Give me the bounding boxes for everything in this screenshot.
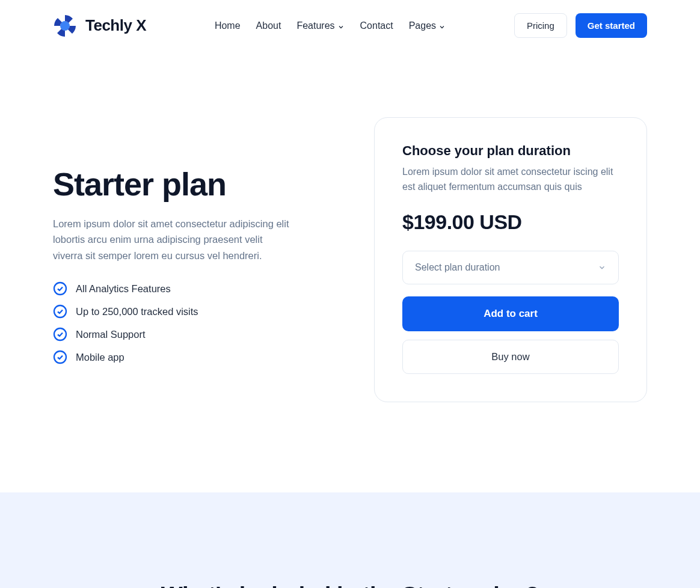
- header-actions: Pricing Get started: [514, 13, 647, 38]
- nav-pages-label: Pages: [409, 20, 436, 31]
- nav-home[interactable]: Home: [215, 20, 241, 31]
- feature-item: Up to 250,000 tracked visits: [53, 304, 345, 319]
- nav-pages[interactable]: Pages: [409, 20, 446, 31]
- included-heading: What's included in the Starter plan?: [53, 583, 647, 588]
- feature-label: All Analytics Features: [76, 283, 171, 295]
- price: $199.00 USD: [402, 210, 619, 234]
- chevron-down-icon: [598, 263, 606, 272]
- nav-features-label: Features: [296, 20, 334, 31]
- chevron-down-icon: [337, 22, 345, 29]
- plan-duration-select[interactable]: Select plan duration: [402, 251, 619, 284]
- check-icon: [53, 327, 67, 341]
- check-icon: [53, 281, 67, 296]
- chevron-down-icon: [438, 22, 446, 29]
- included-section: What's included in the Starter plan?: [0, 492, 700, 588]
- nav-features[interactable]: Features: [296, 20, 344, 31]
- select-placeholder: Select plan duration: [415, 262, 500, 273]
- svg-point-3: [54, 328, 66, 340]
- add-to-cart-button[interactable]: Add to cart: [402, 296, 619, 331]
- nav-about[interactable]: About: [256, 20, 281, 31]
- feature-label: Mobile app: [76, 352, 124, 363]
- check-icon: [53, 350, 67, 364]
- feature-label: Up to 250,000 tracked visits: [76, 306, 198, 317]
- main-content: Starter plan Lorem ipsum dolor sit amet …: [0, 51, 700, 492]
- feature-list: All Analytics Features Up to 250,000 tra…: [53, 281, 345, 364]
- card-title: Choose your plan duration: [402, 143, 619, 159]
- site-header: Techly X Home About Features Contact Pag…: [0, 0, 700, 51]
- card-subtitle: Lorem ipsum dolor sit amet consectetur i…: [402, 165, 619, 195]
- feature-item: Normal Support: [53, 327, 345, 341]
- main-nav: Home About Features Contact Pages: [215, 20, 446, 31]
- feature-label: Normal Support: [76, 329, 146, 340]
- brand-name: Techly X: [85, 16, 146, 35]
- check-icon: [53, 304, 67, 319]
- plan-title: Starter plan: [53, 165, 345, 203]
- feature-item: Mobile app: [53, 350, 345, 364]
- purchase-card: Choose your plan duration Lorem ipsum do…: [374, 117, 647, 402]
- feature-item: All Analytics Features: [53, 281, 345, 296]
- nav-contact[interactable]: Contact: [360, 20, 393, 31]
- logo-icon: [53, 14, 77, 38]
- get-started-button[interactable]: Get started: [576, 13, 647, 38]
- pricing-button[interactable]: Pricing: [514, 13, 567, 38]
- plan-summary: Starter plan Lorem ipsum dolor sit amet …: [53, 117, 345, 373]
- svg-point-2: [54, 305, 66, 317]
- svg-point-4: [54, 351, 66, 363]
- plan-description: Lorem ipsum dolor sit amet consectetur a…: [53, 216, 293, 263]
- logo[interactable]: Techly X: [53, 14, 146, 38]
- svg-point-1: [54, 283, 66, 295]
- buy-now-button[interactable]: Buy now: [402, 340, 619, 374]
